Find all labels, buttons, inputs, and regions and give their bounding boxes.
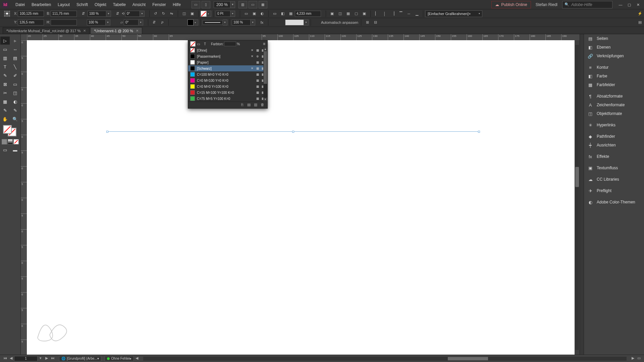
fit-content-icon[interactable]: ▣ <box>328 10 336 17</box>
page-area[interactable]: ▭ T Farbton: % ≡ [Ohne]✕▦▩[Passermarken]… <box>27 40 580 355</box>
panel-kontur[interactable]: ≡Kontur <box>584 63 644 72</box>
fill-swatch[interactable] <box>201 11 207 17</box>
document-tab[interactable]: *Unbenannt-1 @ 200 %✕ <box>90 27 142 34</box>
content-collector-tool[interactable]: ▥ <box>0 54 10 62</box>
panel-menu-icon[interactable]: ▤ <box>636 19 644 26</box>
ruler-origin[interactable] <box>21 34 27 40</box>
scroll-right-button[interactable]: ▶ <box>630 356 636 361</box>
pen-tool[interactable]: ✎ <box>0 71 10 79</box>
menu-ansicht[interactable]: Ansicht <box>129 0 149 9</box>
apply-color-row[interactable] <box>0 138 20 145</box>
y-field[interactable]: 126,5 mm <box>18 19 44 25</box>
popup-text-toggle[interactable]: T <box>202 41 208 47</box>
panel-textumfluss[interactable]: ▣Textumfluss <box>584 164 644 172</box>
normal-view-icon[interactable]: ▭ <box>0 146 10 154</box>
menu-fenster[interactable]: Fenster <box>149 0 169 9</box>
vertical-ruler[interactable]: 05050505050505050505 <box>21 40 27 355</box>
panel-objektformate[interactable]: ◫Objektformate <box>584 109 644 118</box>
preflight-status[interactable]: Ohne Fehler ▸ <box>105 356 134 361</box>
popup-menu-icon[interactable]: ≡ <box>263 42 265 46</box>
fit-frame-icon[interactable]: ◫ <box>336 10 344 17</box>
delete-swatch-icon[interactable]: 🗑 <box>259 103 265 108</box>
opacity-field[interactable]: 100 % <box>232 19 251 25</box>
swatch-row[interactable]: [Schwarz]✕▦▩ <box>188 65 267 71</box>
align-vcenter-icon[interactable]: ─ <box>405 10 413 17</box>
align-left-icon[interactable]: ▏ <box>373 10 380 17</box>
minimize-button[interactable]: — <box>616 1 625 8</box>
stroke-dropdown[interactable]: ▸ <box>194 19 198 25</box>
pencil-tool[interactable]: ✐ <box>10 71 20 79</box>
flip-h-icon[interactable]: ⇋ <box>168 10 175 17</box>
arrange-docs-icon[interactable]: ▦ <box>259 1 267 8</box>
tint-field[interactable] <box>224 42 236 46</box>
direct-selection-tool[interactable]: ▹ <box>10 37 20 45</box>
scissors-tool[interactable]: ✂ <box>0 89 10 97</box>
corner-options-3[interactable]: ▦ <box>287 10 294 17</box>
horizontal-scrollbar[interactable] <box>143 357 627 361</box>
panel-ebenen[interactable]: ◧Ebenen <box>584 43 644 52</box>
view-options-icon[interactable]: ▥ <box>238 1 247 8</box>
distribute-v-icon[interactable]: ⊟ <box>372 19 379 26</box>
panel-seiten[interactable]: ▤Seiten <box>584 34 644 43</box>
popup-scrollbar[interactable]: ▲▼ <box>263 47 267 102</box>
scale-y-field[interactable]: 100 % <box>87 19 106 25</box>
new-group-icon[interactable]: ⎘ <box>239 103 245 108</box>
w-field[interactable]: 111,75 mm <box>51 11 77 17</box>
panel-farbfelder[interactable]: ▦Farbfelder <box>584 80 644 89</box>
popup-container-toggle[interactable]: ▭ <box>196 41 201 47</box>
fill-frame-icon[interactable]: ▦ <box>344 10 352 17</box>
horizontal-ruler[interactable]: 2025303540455055606595100105110115120125… <box>27 34 580 40</box>
panel-verknüpfungen[interactable]: 🔗Verknüpfungen <box>584 52 644 60</box>
swatch-row[interactable]: C=15 M=100 Y=100 K=0▦▩ <box>188 89 267 96</box>
rectangle-tool[interactable]: ▭ <box>10 80 20 88</box>
screen-mode-normal-icon[interactable]: ▭ <box>192 1 200 8</box>
page-dropdown[interactable]: ▾ <box>38 356 44 361</box>
panel-ausrichten[interactable]: ┿Ausrichten <box>584 141 644 149</box>
first-page-button[interactable]: ⏮ <box>2 356 8 361</box>
menu-schrift[interactable]: Schrift <box>73 0 91 9</box>
screen-mode-status-icon[interactable]: ▭ <box>636 356 642 361</box>
preflight-profile[interactable]: 🌐 [Grundprofil] (Arbe... ▾ <box>59 356 101 361</box>
rectangle-frame-tool[interactable]: ⊠ <box>0 80 10 88</box>
swatch-row[interactable]: [Papier]▦▩ <box>188 59 267 65</box>
maximize-button[interactable]: ▢ <box>625 1 633 8</box>
rotate-cw-icon[interactable]: ↻ <box>160 10 167 17</box>
select-content-icon[interactable]: ▣ <box>189 10 196 17</box>
scale-x-field[interactable]: 100 % <box>88 11 106 17</box>
line-tool[interactable]: ╲ <box>10 63 20 71</box>
content-placer-tool[interactable]: ▤ <box>10 54 20 62</box>
gradient-swatch-tool[interactable]: ▦ <box>0 98 10 106</box>
gap-color[interactable] <box>285 19 304 25</box>
fx-icon[interactable]: fx <box>258 19 266 26</box>
publish-online-button[interactable]: ☁Publish Online <box>491 1 531 8</box>
menu-bearbeiten[interactable]: Bearbeiten <box>28 0 54 9</box>
panel-zeichenformate[interactable]: AZeichenformate <box>584 101 644 109</box>
document-tab[interactable]: *Visitenkarte Muhsal_Final_rot.indd @ 31… <box>3 27 90 34</box>
swatch-row[interactable]: C=0 M=0 Y=100 K=0▦▩ <box>188 83 267 89</box>
popup-fill-proxy[interactable] <box>190 41 196 47</box>
autofit-label[interactable]: Automatisch anpassen <box>321 20 358 24</box>
hand-tool[interactable]: ✋ <box>0 115 10 123</box>
constrain-wh-icon[interactable]: ⇵ <box>80 10 87 17</box>
new-swatch-2-icon[interactable]: ▥ <box>253 103 259 108</box>
align-top-icon[interactable]: ▔ <box>397 10 405 17</box>
corner-val-field[interactable]: 4,233 mm <box>295 11 321 17</box>
screen-mode-icon[interactable]: ▭ <box>249 1 257 8</box>
textwrap-none-icon[interactable]: ▭ <box>243 10 250 17</box>
swatch-row[interactable]: [Ohne]✕▦▩ <box>188 47 267 53</box>
stroke-swatch[interactable] <box>187 19 194 25</box>
quick-apply-icon[interactable]: ⚡ <box>636 10 644 17</box>
selected-line-object[interactable] <box>107 131 479 132</box>
swatch-row[interactable]: [Passermarken]✕⊕▩ <box>188 53 267 59</box>
reference-point[interactable] <box>3 9 11 18</box>
panel-effekte[interactable]: fxEffekte <box>584 152 644 161</box>
panel-absatzformate[interactable]: ¶Absatzformate <box>584 92 644 101</box>
swatch-row[interactable]: C=0 M=100 Y=0 K=0▦▩ <box>188 77 267 83</box>
gradient-feather-tool[interactable]: ◐ <box>10 98 20 106</box>
fill-stroke-proxy[interactable] <box>0 124 20 138</box>
shear-field[interactable]: 0° <box>124 19 139 25</box>
align-right-icon[interactable]: ▕ <box>389 10 396 17</box>
corner-options-2[interactable]: ◧ <box>279 10 286 17</box>
tab-close-icon[interactable]: ✕ <box>83 29 86 33</box>
flip-v-icon[interactable]: ⇵ <box>151 19 158 26</box>
